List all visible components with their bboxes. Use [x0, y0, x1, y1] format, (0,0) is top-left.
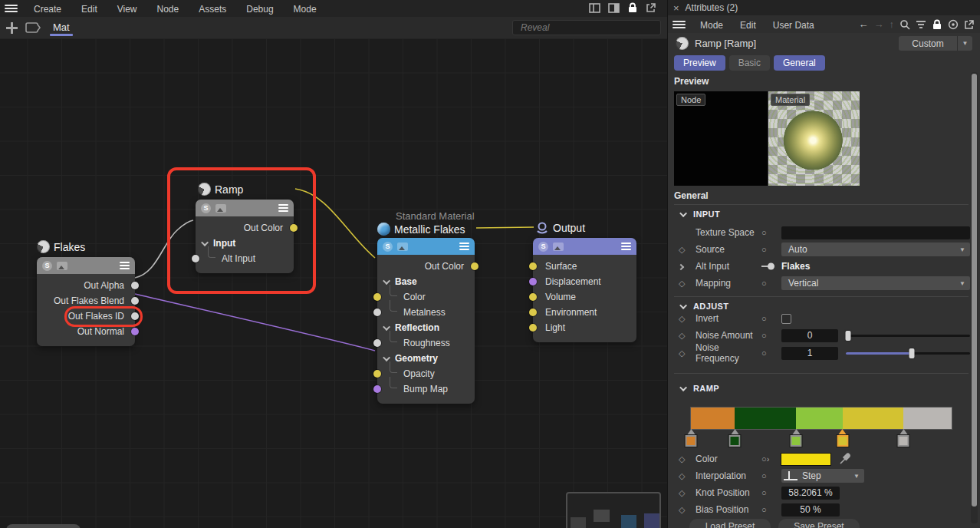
- preview-image-icon[interactable]: [215, 204, 226, 213]
- add-node-icon[interactable]: [6, 22, 18, 34]
- node-output[interactable]: SSurfaceDisplacementVolumeEnvironmentLig…: [533, 238, 636, 342]
- menu-item-edit[interactable]: Edit: [71, 4, 107, 15]
- node-row-bump-map[interactable]: Bump Map: [377, 381, 475, 397]
- port-dot-yellow[interactable]: [290, 224, 298, 232]
- node-row-out-normal[interactable]: Out Normal: [37, 324, 135, 339]
- diamond-icon[interactable]: ◇: [679, 279, 696, 289]
- port-dot-yellow[interactable]: [529, 262, 537, 270]
- wire-normal-to-bumpmap[interactable]: [135, 294, 375, 351]
- tab-preview[interactable]: Preview: [674, 55, 725, 71]
- node-row-out-flakes-id[interactable]: Out Flakes ID: [37, 309, 135, 324]
- node-metallic-flakes[interactable]: SOut ColorBaseColorMetalnessReflectionRo…: [377, 238, 475, 404]
- port-dot-purple[interactable]: [131, 328, 139, 335]
- scrollbar-thumb[interactable]: [972, 74, 977, 507]
- noise-frequency-field[interactable]: 1: [781, 347, 838, 360]
- menu-item-assets[interactable]: Assets: [189, 4, 236, 15]
- solo-icon[interactable]: S: [538, 242, 548, 252]
- port-dot-purple[interactable]: [373, 385, 381, 393]
- noise-amount-field[interactable]: 0: [781, 329, 838, 342]
- hamburger-menu-icon[interactable]: [673, 21, 686, 28]
- wire-flakesid-to-altinput[interactable]: [135, 220, 193, 278]
- scrollbar[interactable]: [971, 72, 978, 523]
- diamond-icon[interactable]: ◇: [679, 331, 696, 341]
- menu-item-debug[interactable]: Debug: [236, 4, 283, 15]
- color-swatch[interactable]: [781, 454, 830, 465]
- port-dot-gray[interactable]: [373, 339, 381, 347]
- port-circle-icon[interactable]: ○: [761, 331, 781, 340]
- diamond-icon[interactable]: ◇: [679, 488, 696, 498]
- filter-icon[interactable]: [916, 20, 926, 29]
- popout-icon[interactable]: [964, 19, 975, 30]
- port-circle-icon[interactable]: ○: [761, 488, 781, 497]
- port-circle-icon[interactable]: ○: [761, 505, 781, 514]
- material-preview-thumbnail[interactable]: Material: [768, 91, 860, 186]
- node-row-surface[interactable]: Surface: [533, 259, 636, 274]
- reveal-search-input[interactable]: Reveal: [512, 20, 661, 35]
- target-icon[interactable]: [948, 19, 959, 30]
- ramp-knot[interactable]: [898, 429, 909, 447]
- mapping-dropdown[interactable]: Vertical ▼: [781, 276, 970, 290]
- diamond-icon[interactable]: ◇: [679, 471, 696, 481]
- ramp-segment[interactable]: [691, 408, 735, 429]
- back-arrow-icon[interactable]: ←: [859, 18, 869, 30]
- port-dot-yellow[interactable]: [373, 370, 381, 378]
- port-dot-yellow[interactable]: [529, 309, 537, 316]
- node-header[interactable]: S: [377, 238, 475, 255]
- tag-icon[interactable]: [25, 21, 42, 34]
- port-dot-gray[interactable]: [373, 309, 381, 316]
- texture-space-field[interactable]: [781, 226, 970, 239]
- ramp-group-header[interactable]: RAMP: [682, 384, 719, 393]
- node-row-displacement[interactable]: Displacement: [533, 274, 636, 289]
- input-group-header[interactable]: INPUT: [682, 210, 720, 219]
- eyedropper-icon[interactable]: [838, 452, 852, 466]
- solo-icon[interactable]: S: [383, 242, 393, 252]
- lock-icon[interactable]: [627, 2, 638, 13]
- port-dot-gray[interactable]: [131, 282, 139, 289]
- up-arrow-icon[interactable]: ↑: [890, 18, 895, 30]
- noise-amount-slider[interactable]: [846, 335, 970, 337]
- node-menu-icon[interactable]: [621, 243, 631, 250]
- preview-image-icon[interactable]: [57, 262, 67, 270]
- menu-item-create[interactable]: Create: [24, 4, 71, 15]
- node-menu-icon[interactable]: [459, 243, 469, 250]
- attr-menu-item-user-data[interactable]: User Data: [765, 20, 823, 31]
- bias-position-field[interactable]: 50 %: [781, 503, 840, 516]
- diamond-icon[interactable]: ◇: [679, 505, 696, 515]
- diamond-icon[interactable]: ◇: [679, 245, 696, 255]
- chevron-down-icon[interactable]: ▼: [957, 36, 972, 51]
- node-flakes[interactable]: SOut AlphaOut Flakes BlendOut Flakes IDO…: [37, 257, 135, 346]
- solo-icon[interactable]: S: [42, 261, 52, 271]
- diamond-icon[interactable]: ◇: [679, 348, 696, 358]
- ramp-knot-selected[interactable]: [837, 429, 848, 447]
- wire-rampcolor-to-color[interactable]: [295, 189, 375, 258]
- interpolation-dropdown[interactable]: Step ▼: [781, 469, 864, 483]
- attr-menu-item-edit[interactable]: Edit: [732, 20, 765, 31]
- diamond-icon[interactable]: ◇: [679, 454, 696, 464]
- port-dot-yellow[interactable]: [373, 293, 381, 301]
- port-dot-yellow[interactable]: [471, 262, 478, 270]
- menu-item-view[interactable]: View: [107, 4, 147, 15]
- node-row-metalness[interactable]: Metalness: [377, 305, 475, 320]
- port-circle-icon[interactable]: ○: [761, 245, 781, 254]
- preview-image-icon[interactable]: [553, 243, 564, 251]
- node-row-out-color[interactable]: Out Color: [196, 220, 294, 236]
- port-circle-icon[interactable]: ○: [761, 348, 781, 358]
- node-row-out-color[interactable]: Out Color: [377, 259, 475, 274]
- node-row-out-alpha[interactable]: Out Alpha: [37, 278, 135, 293]
- node-row-alt-input[interactable]: Alt Input: [196, 251, 294, 266]
- expander-chevron-icon[interactable]: [679, 262, 696, 271]
- solo-icon[interactable]: S: [201, 203, 211, 213]
- port-dot-gray[interactable]: [192, 255, 199, 262]
- connected-port-icon[interactable]: [761, 262, 781, 270]
- node-menu-icon[interactable]: [278, 204, 288, 212]
- load-preset-button[interactable]: Load Preset: [689, 519, 771, 528]
- hamburger-menu-icon[interactable]: [5, 5, 18, 12]
- port-circle-icon[interactable]: ○: [761, 314, 781, 323]
- diamond-icon[interactable]: ◇: [679, 314, 696, 324]
- ramp-gradient-bar[interactable]: [691, 408, 952, 429]
- split-panel-right-icon[interactable]: [608, 3, 620, 13]
- menu-item-node[interactable]: Node: [147, 4, 189, 15]
- breadcrumb-none-chip[interactable]: None: [6, 524, 81, 528]
- node-preview-thumbnail[interactable]: Node: [674, 91, 768, 186]
- forward-arrow-icon[interactable]: →: [874, 18, 884, 30]
